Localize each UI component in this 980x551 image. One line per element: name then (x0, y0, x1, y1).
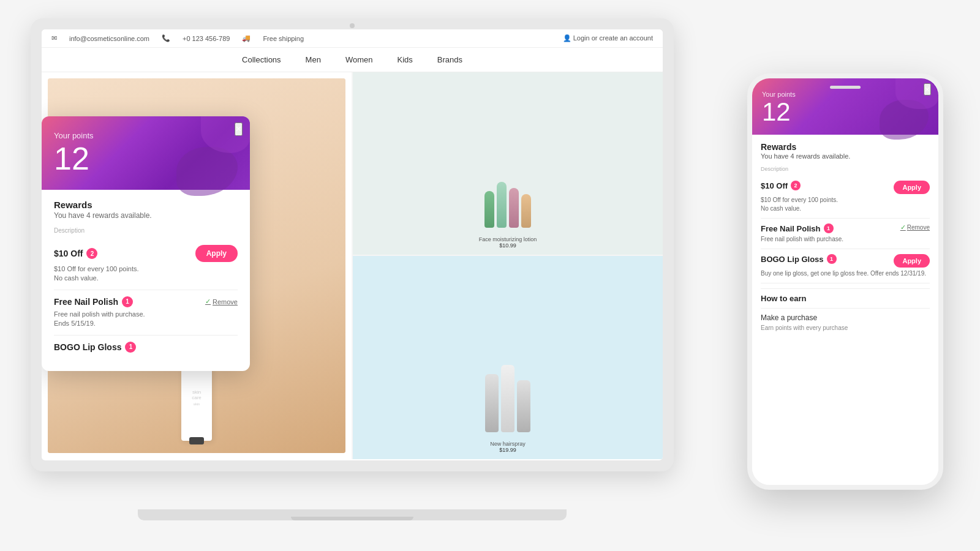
phone-reward-badge-10off: 2 (791, 181, 801, 190)
hairspray-price: $19.99 (499, 447, 516, 453)
reward-title-row-10off: $10 Off 2 (54, 248, 97, 259)
email-icon: ✉ (51, 34, 57, 42)
phone-reward-title-nailpolish: Free Nail Polish (761, 224, 821, 233)
popup-header-laptop: × Your points 12 (42, 116, 250, 190)
phone-col-header: Description (761, 166, 930, 172)
popup-points-number-laptop: 12 (54, 143, 238, 174)
reward-item-header-10off: $10 Off 2 Apply (54, 245, 238, 262)
reward-title-nailpolish: Free Nail Polish (54, 297, 118, 307)
phone-reward-item-bogo: BOGO Lip Gloss 1 Apply Buy one lip gloss… (761, 249, 930, 283)
laptop-screen: ✉ info@cosmeticsonline.com 📞 +0 123 456-… (42, 29, 663, 460)
laptop: ✉ info@cosmeticsonline.com 📞 +0 123 456-… (31, 18, 674, 520)
reward-item-bogo: BOGO Lip Gloss 1 (54, 335, 238, 361)
phone-popup: × Your points 12 Rewards You have 4 rewa… (752, 78, 938, 485)
reward-desc-nailpolish: Free nail polish with purchase.Ends 5/15… (54, 310, 238, 329)
phone-reward-badge-nailpolish: 1 (824, 223, 834, 233)
phone-rewards-subtitle: You have 4 rewards available. (761, 152, 930, 160)
how-to-earn-title: How to earn (761, 294, 930, 303)
phone: × Your points 12 Rewards You have 4 rewa… (747, 73, 943, 490)
phone-reward-title-10off: $10 Off (761, 181, 788, 190)
phone-points-number: 12 (762, 99, 929, 125)
topbar-right: 👤 Login or create an account (563, 34, 653, 42)
phone-reward-title-row-nailpolish: Free Nail Polish 1 (761, 223, 834, 233)
moisturizer-price: $10.99 (499, 242, 516, 249)
remove-label-nailpolish: Remove (213, 298, 238, 305)
moisturizer-product: Face moisturizing lotion $10.99 (353, 72, 663, 255)
laptop-nav: Collections Men Women Kids Brands (42, 48, 663, 72)
nav-item-brands[interactable]: Brands (437, 55, 462, 64)
laptop-topbar: ✉ info@cosmeticsonline.com 📞 +0 123 456-… (42, 29, 663, 48)
reward-title-row-bogo: BOGO Lip Gloss 1 (54, 342, 136, 353)
nav-item-men[interactable]: Men (306, 55, 321, 64)
reward-desc-10off: $10 Off for every 100 points.No cash val… (54, 264, 238, 283)
popup-rewards-title-laptop: Rewards (54, 200, 238, 210)
laptop-camera (350, 23, 355, 28)
reward-title-bogo: BOGO Lip Gloss (54, 342, 121, 352)
reward-badge-nailpolish: 1 (122, 296, 133, 307)
moisturizer-label: Face moisturizing lotion (479, 236, 537, 242)
shipping-icon: 🚚 (242, 34, 251, 42)
rewards-popup-laptop: × Your points 12 Rewards You have 4 rewa… (42, 116, 250, 371)
make-purchase-title: Make a purchase (761, 313, 930, 322)
phone-icon: 📞 (162, 34, 170, 42)
phone-section-divider (761, 288, 930, 289)
phone-reward-badge-bogo: 1 (827, 254, 837, 264)
phone-check-icon-nailpolish: ✓ (900, 223, 906, 231)
phone-reward-desc-nailpolish: Free nail polish with purchase. (761, 235, 930, 244)
phone-reward-desc-bogo: Buy one lip gloss, get one lip gloss fre… (761, 269, 930, 278)
popup-col-header-laptop: Description (54, 227, 238, 234)
reward-title-10off: $10 Off (54, 249, 83, 258)
check-icon-nailpolish: ✓ (205, 298, 211, 305)
phone-reward-header-bogo: BOGO Lip Gloss 1 Apply (761, 254, 930, 268)
phone-speaker (830, 86, 861, 89)
hairspray-label: New hairspray (490, 441, 526, 447)
phone-reward-item-nailpolish: Free Nail Polish 1 ✓ Remove Free nail po… (761, 219, 930, 249)
topbar-left: ✉ info@cosmeticsonline.com 📞 +0 123 456-… (51, 34, 304, 42)
laptop-base (138, 509, 567, 520)
topbar-shipping[interactable]: Free shipping (263, 35, 304, 42)
reward-item-header-nailpolish: Free Nail Polish 1 ✓ Remove (54, 296, 238, 307)
phone-reward-title-bogo: BOGO Lip Gloss (761, 255, 824, 264)
laptop-main: skincareskin (42, 72, 663, 459)
nav-item-women[interactable]: Women (345, 55, 373, 64)
hairspray-visual (479, 262, 537, 439)
account-icon: 👤 (563, 34, 571, 42)
popup-body-laptop: Rewards You have 4 rewards available. De… (42, 190, 250, 371)
reward-badge-10off: 2 (86, 248, 97, 259)
reward-item-header-bogo: BOGO Lip Gloss 1 (54, 342, 238, 353)
laptop-body: ✉ info@cosmeticsonline.com 📞 +0 123 456-… (31, 18, 674, 471)
phone-remove-label-nailpolish: Remove (907, 224, 930, 231)
phone-remove-button-nailpolish[interactable]: ✓ Remove (900, 223, 930, 231)
phone-reward-header-10off: $10 Off 2 Apply (761, 181, 930, 194)
nav-item-collections[interactable]: Collections (242, 55, 281, 64)
phone-reward-desc-10off: $10 Off for every 100 points.No cash val… (761, 196, 930, 213)
phone-reward-title-row-bogo: BOGO Lip Gloss 1 (761, 254, 837, 264)
topbar-login[interactable]: Login or create an account (573, 34, 653, 42)
phone-rewards-title: Rewards (761, 142, 930, 152)
phone-reward-title-row-10off: $10 Off 2 (761, 181, 801, 190)
phone-reward-item-10off: $10 Off 2 Apply $10 Off for every 100 po… (761, 176, 930, 219)
remove-button-nailpolish[interactable]: ✓ Remove (205, 298, 238, 305)
reward-item-10off: $10 Off 2 Apply $10 Off for every 100 po… (54, 239, 238, 290)
hairspray-product: New hairspray $19.99 (353, 256, 663, 460)
phone-earn-divider (761, 308, 930, 309)
popup-rewards-subtitle-laptop: You have 4 rewards available. (54, 211, 238, 220)
popup-points-label-laptop: Your points (54, 131, 238, 140)
topbar-email: info@cosmeticsonline.com (69, 35, 149, 42)
phone-reward-header-nailpolish: Free Nail Polish 1 ✓ Remove (761, 223, 930, 233)
reward-title-row-nailpolish: Free Nail Polish 1 (54, 296, 133, 307)
phone-apply-button-bogo[interactable]: Apply (894, 254, 930, 268)
scene: ✉ info@cosmeticsonline.com 📞 +0 123 456-… (0, 0, 980, 551)
nav-item-kids[interactable]: Kids (397, 55, 412, 64)
phone-body: Rewards You have 4 rewards available. De… (752, 135, 938, 485)
phone-content: × Your points 12 Rewards You have 4 rewa… (752, 78, 938, 485)
apply-button-10off[interactable]: Apply (195, 245, 238, 262)
phone-apply-button-10off[interactable]: Apply (894, 181, 930, 194)
make-purchase-desc: Earn points with every purchase (761, 324, 930, 331)
moisturizer-visual (478, 78, 537, 234)
reward-badge-bogo: 1 (125, 342, 136, 353)
topbar-phone: +0 123 456-789 (183, 35, 230, 42)
reward-item-nailpolish: Free Nail Polish 1 ✓ Remove Free nail po… (54, 290, 238, 335)
